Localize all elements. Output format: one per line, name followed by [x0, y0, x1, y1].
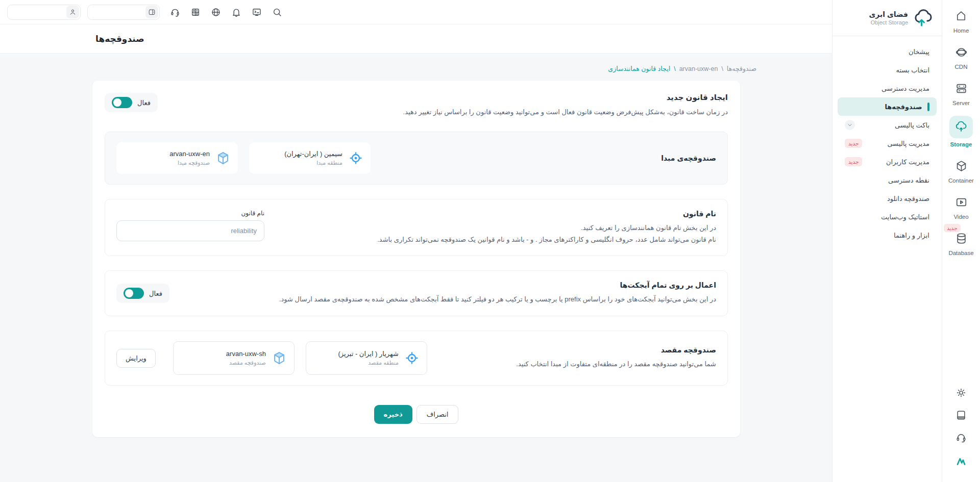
section-title: نام قانون	[377, 210, 716, 218]
page-titlebar: صندوقچه‌ها	[0, 24, 832, 54]
breadcrumb: صندوقچه‌ها \ arvan-uxw-en \ ایجاد قانون …	[0, 65, 832, 72]
rule-name-input[interactable]	[116, 220, 264, 241]
headset-icon[interactable]	[170, 7, 180, 17]
sidebar-item-buckets[interactable]: صندوقچه‌ها	[838, 97, 937, 116]
toggle-switch-on[interactable]	[112, 97, 132, 108]
region-name: سیمین ( ایران-تهران)	[284, 150, 342, 158]
sidebar-item-policy-management[interactable]: مدیریت پالیسی جدید	[838, 134, 937, 153]
docs-icon[interactable]	[955, 410, 967, 421]
page-title: صندوقچه‌ها	[0, 34, 144, 44]
object-filter-panel: اعمال بر روی تمام آبجکت‌ها در این بخش می…	[105, 270, 728, 316]
bucket-cube-icon	[272, 350, 287, 366]
breadcrumb-separator: \	[674, 65, 675, 72]
section-title: صندوقچه مقصد	[516, 346, 716, 354]
section-description: در این بخش می‌توانید آبجکت‌های خود را بر…	[279, 294, 716, 306]
product-subtitle: Object Storage	[869, 19, 908, 26]
sidebar-item-bucket-policy[interactable]: باکت پالیسی	[838, 116, 937, 134]
rail-item-container[interactable]: Container	[948, 157, 974, 184]
sidebar-item-user-management[interactable]: مدیریت کاربران جدید	[838, 153, 937, 171]
bucket-name: arvan-uxw-sh	[226, 350, 266, 358]
toggle-label: فعال	[137, 99, 151, 107]
section-description: در این بخش نام قانون همانندسازی را تعریف…	[377, 222, 716, 234]
rail-item-label: Server	[952, 100, 970, 106]
account-pill[interactable]	[7, 5, 81, 20]
arvan-logo-icon[interactable]	[955, 454, 967, 467]
destination-text: صندوقچه مقصد شما می‌توانید صندوقچه مقصد …	[516, 346, 716, 370]
edit-destination-button[interactable]: ویرایش	[116, 349, 156, 368]
destination-region-card[interactable]: شهریار ( ایران - تبریز) منطقه مقصد	[306, 341, 427, 375]
breadcrumb-item-buckets[interactable]: صندوقچه‌ها	[727, 65, 756, 72]
cdn-icon	[952, 43, 970, 61]
rail-item-label: Storage	[950, 141, 972, 147]
rule-status-toggle[interactable]: فعال	[105, 93, 158, 112]
new-badge: جدید	[845, 157, 862, 166]
container-icon	[952, 157, 970, 174]
product-title-block: فضای ابری Object Storage	[869, 10, 908, 26]
sidebar-item-access-management[interactable]: مدیریت دسترسی	[838, 79, 937, 97]
service-rail: Home CDN Server Storage Container Video …	[942, 0, 980, 482]
main-area: صندوقچه‌ها صندوقچه‌ها \ arvan-uxw-en \ ا…	[0, 0, 832, 482]
rail-item-cdn[interactable]: CDN	[952, 43, 970, 70]
rail-item-home[interactable]: Home	[952, 7, 970, 34]
save-button[interactable]: ذخیره	[374, 405, 412, 424]
settings-icon[interactable]	[955, 387, 967, 398]
cancel-button[interactable]: انصراف	[416, 405, 459, 424]
object-filter-text: اعمال بر روی تمام آبجکت‌ها در این بخش می…	[279, 281, 716, 306]
source-bucket-card[interactable]: arvan-uxw-en صندوقچه مبدا	[116, 142, 238, 174]
globe-icon[interactable]	[211, 7, 221, 17]
region-name: شهریار ( ایران - تبریز)	[338, 350, 398, 358]
section-description: در زمان ساخت قانون، به‌شکل پیش‌فرض وضعیت…	[403, 107, 728, 118]
sidebar-item-dashboard[interactable]: پیشخان	[838, 42, 937, 61]
console-icon[interactable]	[252, 7, 262, 17]
chevron-down-icon[interactable]	[845, 120, 855, 130]
source-bucket-label: صندوقچه‌ی مبدا	[661, 154, 716, 162]
region-role: منطقه مبدا	[284, 160, 342, 166]
calculator-icon[interactable]	[190, 7, 201, 17]
sidebar-nav: پیشخان انتخاب بسته مدیریت دسترسی صندوقچه…	[832, 36, 942, 250]
new-badge: جدید	[845, 139, 862, 148]
search-icon[interactable]	[272, 7, 282, 17]
product-title: فضای ابری	[869, 10, 908, 18]
server-icon	[952, 80, 970, 97]
rule-status-section: ایجاد قانون جدید در زمان ساخت قانون، به‌…	[105, 93, 728, 118]
rule-name-text: نام قانون در این بخش نام قانون همانندساز…	[377, 210, 716, 246]
rail-item-storage[interactable]: Storage	[949, 116, 973, 147]
breadcrumb-item-bucket-name[interactable]: arvan-uxw-en	[679, 65, 718, 72]
sidebar-item-download-bucket[interactable]: صندوقچه دانلود	[838, 189, 937, 208]
toggle-label: فعال	[149, 290, 162, 297]
wallet-pill[interactable]	[87, 5, 160, 20]
sidebar-item-tools-guide[interactable]: ابزار و راهنما	[838, 226, 937, 244]
destination-bucket-card[interactable]: arvan-uxw-sh صندوقچه مقصد	[173, 341, 295, 375]
replication-rule-form: ایجاد قانون جدید در زمان ساخت قانون، به‌…	[92, 81, 740, 437]
rail-item-database[interactable]: جدید Database	[948, 230, 973, 256]
sidebar-item-static-website[interactable]: استاتیک وب‌سایت	[838, 208, 937, 226]
storage-icon	[949, 116, 973, 138]
wallet-icon[interactable]	[145, 6, 158, 18]
cloud-upload-logo-icon	[913, 9, 934, 27]
object-filter-toggle[interactable]: فعال	[116, 284, 169, 303]
destination-bucket-panel: صندوقچه مقصد شما می‌توانید صندوقچه مقصد …	[105, 331, 728, 386]
toggle-switch-on[interactable]	[124, 288, 144, 299]
rail-item-label: CDN	[955, 64, 968, 70]
top-toolbar	[0, 0, 832, 24]
video-icon	[952, 193, 970, 211]
new-badge: جدید	[944, 224, 960, 232]
sidebar-item-access-point[interactable]: نقطه دسترسی	[838, 171, 937, 189]
source-region-card[interactable]: سیمین ( ایران-تهران) منطقه مبدا	[249, 142, 371, 174]
region-target-icon	[404, 350, 420, 366]
rail-item-server[interactable]: Server	[952, 80, 970, 106]
bucket-role: صندوقچه مبدا	[169, 160, 210, 166]
rail-item-video[interactable]: Video	[952, 193, 970, 220]
rule-name-field-group: نام قانون	[116, 210, 264, 241]
support-icon[interactable]	[955, 432, 967, 443]
rail-item-label: Database	[948, 250, 973, 256]
section-title: ایجاد قانون جدید	[403, 93, 728, 102]
rule-name-panel: نام قانون در این بخش نام قانون همانندساز…	[105, 199, 728, 257]
bell-icon[interactable]	[231, 7, 241, 17]
rail-item-label: Container	[948, 177, 974, 184]
user-icon[interactable]	[66, 6, 79, 18]
section-title: اعمال بر روی تمام آبجکت‌ها	[279, 281, 716, 289]
page-content: صندوقچه‌ها \ arvan-uxw-en \ ایجاد قانون …	[0, 54, 832, 482]
breadcrumb-separator: \	[721, 65, 723, 72]
sidebar-item-select-package[interactable]: انتخاب بسته	[838, 61, 937, 79]
